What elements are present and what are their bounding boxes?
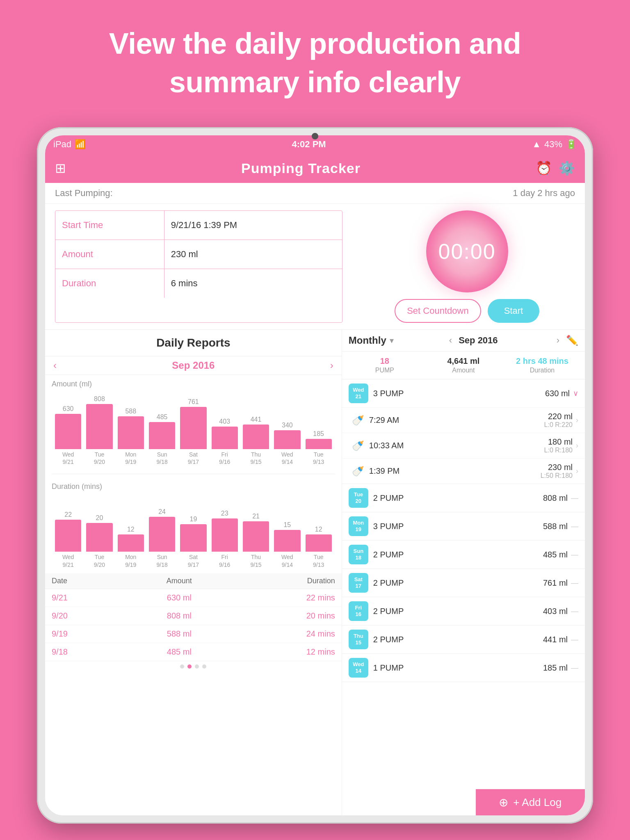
day-expand-arrow[interactable]: — — [571, 664, 578, 672]
day-header[interactable]: Wed141 PUMP185 ml— — [342, 654, 585, 682]
camera-dot — [312, 133, 318, 139]
prev-month-chevron[interactable]: ‹ — [449, 335, 452, 346]
settings-icon[interactable]: ⚙️ — [559, 160, 575, 176]
monthly-nav: Monthly ▾ ‹ Sep 2016 › ✏️ — [342, 330, 585, 352]
day-expand-arrow[interactable]: — — [571, 635, 578, 644]
amount-bar-group: 485 — [149, 392, 175, 449]
duration-bar-x-label: Thu9/15 — [243, 553, 269, 568]
add-log-label: + Add Log — [513, 796, 562, 809]
set-countdown-button[interactable]: Set Countdown — [395, 299, 481, 323]
day-expand-arrow[interactable]: — — [571, 579, 578, 587]
start-time-value: 9/21/16 1:39 PM — [164, 211, 342, 240]
duration-bar — [274, 530, 300, 552]
stat-pump-value: 18 — [345, 356, 424, 366]
day-header[interactable]: Thu152 PUMP441 ml— — [342, 625, 585, 653]
td-amount: 588 ml — [123, 629, 236, 639]
amount-bar-x-label: Tue9/13 — [306, 451, 332, 466]
col-amount: Amount — [123, 577, 236, 585]
day-expand-arrow[interactable]: ∨ — [573, 389, 578, 398]
timer-circle: 00:00 — [426, 210, 508, 292]
sub-amount: 230 ml — [541, 463, 573, 472]
edit-icon[interactable]: ✏️ — [566, 335, 578, 346]
amount-bar-group: 403 — [212, 392, 238, 449]
stat-amount-value: 4,641 ml — [424, 356, 503, 366]
day-expand-arrow[interactable]: — — [571, 494, 578, 502]
day-header[interactable]: Mon193 PUMP588 ml— — [342, 512, 585, 540]
prev-month-button[interactable]: ‹ — [53, 360, 57, 371]
info-row-amount: Amount 230 ml — [55, 240, 342, 269]
duration-bar — [149, 517, 175, 552]
day-entry: Thu152 PUMP441 ml— — [342, 625, 585, 654]
duration-bar-chart: 222012241923211512 — [52, 494, 335, 552]
day-pump-count: 2 PUMP — [373, 550, 543, 559]
battery-icon: 🔋 — [566, 139, 577, 150]
timer-display: 00:00 — [438, 239, 496, 264]
sub-entry[interactable]: 🍼 1:39 PM 230 ml L:50 R:180 › — [342, 458, 585, 484]
day-expand-arrow[interactable]: — — [571, 550, 578, 559]
day-badge: Sat17 — [349, 573, 368, 593]
day-header[interactable]: Sat172 PUMP761 ml— — [342, 569, 585, 597]
day-badge: Mon19 — [349, 516, 368, 536]
duration-bar-value: 22 — [64, 511, 72, 518]
background-title: View the daily production and summary in… — [0, 0, 630, 114]
day-header[interactable]: Wed213 PUMP630 ml∨ — [342, 379, 585, 407]
amount-bar-x-label: Mon9/19 — [118, 451, 144, 466]
amount-value: 230 ml — [164, 240, 342, 269]
monthly-dropdown-arrow[interactable]: ▾ — [390, 336, 394, 345]
day-expand-arrow[interactable]: — — [571, 522, 578, 531]
dot-4 — [202, 664, 206, 669]
duration-bar-group: 21 — [243, 494, 269, 552]
stat-pump-label: PUMP — [345, 367, 424, 374]
ipad-screen: iPad 📶 4:02 PM ▲ 43% 🔋 ⊞ Pumping Tracker… — [45, 135, 585, 815]
day-pump-count: 2 PUMP — [373, 635, 543, 644]
day-badge: Wed14 — [349, 658, 368, 678]
amount-bar-group: 340 — [274, 392, 300, 449]
day-header[interactable]: Tue202 PUMP808 ml— — [342, 484, 585, 512]
amount-bar-value: 340 — [282, 422, 293, 429]
amount-bar-group: 441 — [243, 392, 269, 449]
clock-icon[interactable]: ⏰ — [536, 160, 552, 176]
td-date: 9/21 — [52, 593, 123, 603]
add-log-bar[interactable]: ⊕ + Add Log — [476, 789, 585, 815]
start-button[interactable]: Start — [488, 299, 539, 323]
dot-1 — [180, 664, 184, 669]
info-row-start-time: Start Time 9/21/16 1:39 PM — [55, 211, 342, 240]
day-amount: 761 ml — [543, 578, 568, 588]
td-date: 9/19 — [52, 629, 123, 639]
day-pump-count: 2 PUMP — [373, 493, 543, 503]
day-expand-arrow[interactable]: — — [571, 607, 578, 616]
day-badge: Thu15 — [349, 630, 368, 649]
sub-entry[interactable]: 🍼 10:33 AM 180 ml L:0 R:180 › — [342, 433, 585, 458]
td-duration: 12 mins — [236, 647, 335, 657]
amount-bar-value: 761 — [188, 398, 199, 406]
next-month-chevron[interactable]: › — [557, 335, 559, 346]
next-month-button[interactable]: › — [330, 360, 333, 371]
day-badge: Tue20 — [349, 488, 368, 508]
amount-bar-group: 588 — [118, 392, 144, 449]
duration-bar — [306, 534, 332, 552]
amount-bar-group: 630 — [55, 392, 81, 449]
day-header[interactable]: Fri162 PUMP403 ml— — [342, 597, 585, 625]
td-amount: 808 ml — [123, 611, 236, 621]
amount-bar-value: 403 — [219, 418, 230, 425]
clock: 4:02 PM — [292, 139, 326, 150]
sub-entry[interactable]: 🍼 7:29 AM 220 ml L:0 R:220 › — [342, 407, 585, 433]
table-rows: 9/21 630 ml 22 mins 9/20 808 ml 20 mins … — [45, 589, 342, 661]
day-header[interactable]: Sun182 PUMP485 ml— — [342, 541, 585, 568]
col-duration: Duration — [236, 577, 335, 585]
grid-icon[interactable]: ⊞ — [55, 160, 66, 176]
day-entry: Tue202 PUMP808 ml— — [342, 484, 585, 512]
amount-bar-value: 485 — [157, 413, 168, 421]
duration-bar-group: 22 — [55, 494, 81, 552]
duration-bar-x-label: Tue9/13 — [306, 553, 332, 568]
sub-chevron: › — [576, 467, 578, 475]
duration-bar-x-label: Tue9/20 — [86, 553, 112, 568]
td-duration: 22 mins — [236, 593, 335, 603]
day-pump-count: 2 PUMP — [373, 578, 543, 588]
amount-bar-x-label: Tue9/20 — [86, 451, 112, 466]
month-year: Sep 2016 — [459, 335, 498, 346]
td-amount: 485 ml — [123, 647, 236, 657]
stat-duration-value: 2 hrs 48 mins — [503, 356, 582, 366]
duration-bar-x-label: Sun9/18 — [149, 553, 175, 568]
app-header: ⊞ Pumping Tracker ⏰ ⚙️ — [45, 153, 585, 183]
